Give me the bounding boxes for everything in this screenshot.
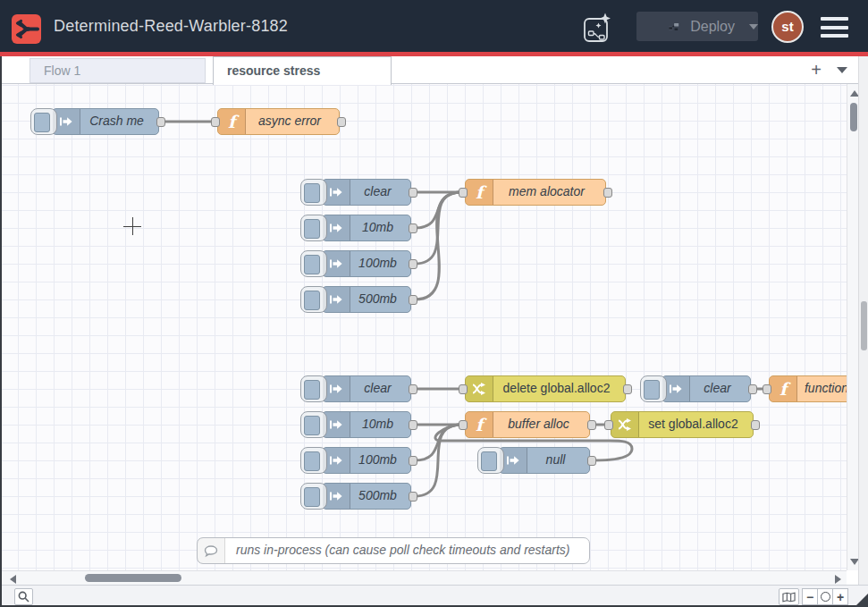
- node-clear-mem[interactable]: clear: [322, 179, 411, 206]
- node-label: mem alocator: [493, 180, 600, 204]
- wire-layer: [0, 84, 847, 570]
- node-label: clear: [350, 180, 405, 204]
- inject-icon: [323, 215, 350, 240]
- function-icon: f: [466, 412, 493, 437]
- flow-list-caret-icon[interactable]: [837, 67, 847, 73]
- node-null-inject[interactable]: null: [499, 447, 590, 474]
- main-menu-icon[interactable]: [821, 17, 848, 38]
- navigator-button[interactable]: [779, 588, 799, 605]
- inject-trigger-inner: [304, 380, 320, 400]
- node-100mb-mem[interactable]: 100mb: [322, 250, 411, 277]
- input-port[interactable]: [459, 384, 468, 394]
- inject-trigger-inner: [304, 255, 320, 274]
- node-label: buffer alloc: [493, 412, 584, 436]
- node-async-error[interactable]: fasync error: [217, 108, 340, 135]
- zoom-reset-icon: [821, 592, 830, 602]
- app-header: Determined-Reed-Warbler-8182 Deploy st: [0, 0, 868, 52]
- inject-icon: [53, 109, 80, 134]
- input-port[interactable]: [604, 420, 613, 430]
- node-crash-me[interactable]: Crash me: [52, 108, 159, 135]
- output-port[interactable]: [587, 420, 596, 430]
- vertical-scroll-thumb[interactable]: [850, 103, 857, 131]
- tab-resource-stress[interactable]: resource stress: [213, 56, 392, 85]
- zoom-reset-button[interactable]: [817, 588, 833, 605]
- output-port[interactable]: [409, 223, 417, 233]
- comment-icon: [198, 538, 225, 563]
- inject-trigger-inner: [644, 380, 660, 400]
- function-icon: f: [218, 109, 246, 134]
- zoom-controls: − +: [803, 588, 848, 605]
- inject-icon: [500, 448, 527, 473]
- flowfuse-logo-icon[interactable]: [12, 14, 41, 44]
- scroll-right-icon[interactable]: [835, 575, 841, 584]
- zoom-out-button[interactable]: −: [802, 588, 818, 605]
- output-port[interactable]: [156, 117, 165, 127]
- wire-500mb-mem-to-mem-alocator[interactable]: [415, 192, 461, 299]
- node-label: 100mb: [350, 251, 405, 275]
- output-port[interactable]: [409, 295, 417, 305]
- node-500mb-mem[interactable]: 500mb: [322, 286, 411, 313]
- user-avatar[interactable]: st: [771, 11, 804, 43]
- node-buffer-alloc[interactable]: fbuffer alloc: [465, 411, 590, 438]
- node-10mb-mem[interactable]: 10mb: [322, 215, 411, 241]
- output-port[interactable]: [409, 420, 417, 430]
- node-comment[interactable]: runs in-process (can cause poll check ti…: [197, 537, 590, 564]
- output-port[interactable]: [603, 188, 612, 198]
- node-clear-fn[interactable]: clear: [662, 375, 751, 402]
- deploy-button[interactable]: Deploy: [636, 12, 758, 41]
- input-port[interactable]: [459, 188, 468, 198]
- output-port[interactable]: [409, 259, 417, 269]
- window-scroll-thumb[interactable]: [861, 301, 867, 350]
- node-label: 500mb: [350, 484, 405, 508]
- input-port[interactable]: [763, 384, 771, 394]
- node-mem-alocator[interactable]: fmem alocator: [465, 179, 606, 206]
- output-port[interactable]: [409, 188, 417, 198]
- inject-icon: [323, 448, 350, 473]
- node-100mb-buf[interactable]: 100mb: [322, 447, 411, 474]
- inject-icon: [323, 251, 350, 276]
- canvas-vertical-scrollbar[interactable]: [847, 84, 859, 570]
- search-button[interactable]: [14, 588, 33, 605]
- flow-tabbar: Flow 1 resource stress +: [0, 56, 868, 84]
- node-delete-global-alloc2[interactable]: delete global.alloc2: [465, 375, 626, 402]
- inject-trigger-inner: [304, 416, 320, 435]
- output-port[interactable]: [409, 384, 417, 394]
- inject-trigger-inner: [481, 451, 497, 471]
- output-port[interactable]: [751, 420, 760, 430]
- node-function[interactable]: ffunction: [769, 375, 847, 402]
- ai-assistant-icon[interactable]: [581, 11, 615, 45]
- zoom-in-button[interactable]: +: [832, 588, 848, 605]
- inject-icon: [662, 376, 690, 401]
- input-port[interactable]: [459, 420, 468, 430]
- node-red-editor: Determined-Reed-Warbler-8182 Deploy st: [0, 0, 868, 607]
- map-icon: [782, 592, 796, 603]
- node-10mb-buf[interactable]: 10mb: [322, 411, 411, 438]
- tab-flow-1[interactable]: Flow 1: [29, 58, 206, 83]
- node-label: set global.alloc2: [639, 412, 747, 436]
- node-set-global-alloc2[interactable]: set global.alloc2: [611, 411, 754, 438]
- inject-trigger-inner: [304, 183, 320, 203]
- deploy-options-caret-icon[interactable]: [749, 24, 758, 30]
- change-icon: [611, 412, 639, 437]
- scroll-left-icon[interactable]: [10, 575, 16, 584]
- canvas-horizontal-scrollbar[interactable]: [0, 570, 847, 585]
- node-label: async error: [246, 109, 333, 133]
- horizontal-scroll-thumb[interactable]: [85, 574, 181, 582]
- function-icon: f: [466, 180, 493, 205]
- output-port[interactable]: [623, 384, 632, 394]
- node-500mb-buf[interactable]: 500mb: [322, 483, 411, 510]
- output-port[interactable]: [409, 456, 417, 466]
- window-edge: [0, 56, 2, 607]
- node-label: function: [797, 376, 847, 400]
- input-port[interactable]: [211, 117, 220, 127]
- output-port[interactable]: [337, 117, 346, 127]
- inject-trigger-inner: [304, 291, 320, 310]
- output-port[interactable]: [748, 384, 757, 394]
- add-flow-button[interactable]: +: [805, 58, 828, 81]
- output-port[interactable]: [409, 492, 417, 502]
- output-port[interactable]: [587, 456, 596, 466]
- window-scrollbar[interactable]: [858, 56, 868, 607]
- flow-canvas[interactable]: Crash mefasync errorclear10mb100mb500mbf…: [0, 84, 847, 570]
- node-clear-buf[interactable]: clear: [322, 375, 411, 402]
- node-label: 10mb: [350, 215, 405, 240]
